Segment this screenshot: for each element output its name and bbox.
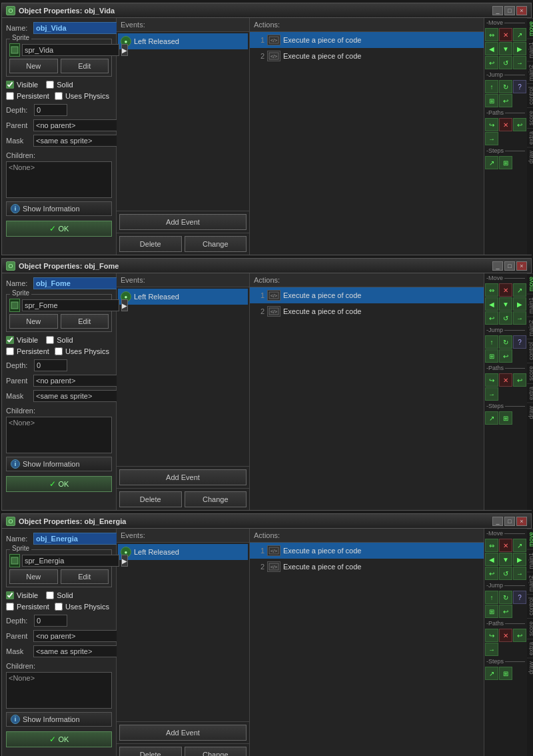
tool-move-arrows-1[interactable]: ⇔ bbox=[485, 28, 498, 41]
side-tab-control-2[interactable]: control bbox=[527, 339, 533, 363]
side-tab-control-1[interactable]: control bbox=[527, 83, 533, 107]
tool-jump-4-2[interactable]: ⊞ bbox=[485, 349, 498, 363]
edit-sprite-btn-3[interactable]: Edit bbox=[61, 569, 109, 584]
tool-jump-1-2[interactable]: ↑ bbox=[485, 335, 498, 349]
solid-check-2[interactable] bbox=[46, 336, 54, 344]
show-info-btn-3[interactable]: i Show Information bbox=[6, 712, 112, 727]
tool-move-diag-1[interactable]: ↗ bbox=[513, 28, 526, 41]
minimize-btn-3[interactable]: _ bbox=[492, 517, 503, 526]
new-sprite-btn-3[interactable]: New bbox=[9, 569, 58, 584]
side-tab-main1-1[interactable]: main1 bbox=[527, 39, 533, 61]
tool-move-bounce-1[interactable]: ↺ bbox=[499, 56, 512, 69]
side-tab-draw-2[interactable]: draw bbox=[527, 403, 533, 422]
action-item-1-3[interactable]: 1 </> Execute a piece of code bbox=[250, 543, 484, 559]
tool-jump-5-1[interactable]: ↩ bbox=[499, 94, 512, 107]
tool-step-1-2[interactable]: ↗ bbox=[485, 411, 498, 425]
tool-move-wrap-3[interactable]: ↩ bbox=[485, 567, 498, 580]
side-tab-control-3[interactable]: control bbox=[527, 594, 533, 618]
sprite-browse-btn-2[interactable]: ▶ bbox=[121, 299, 128, 311]
visible-check-2[interactable] bbox=[6, 336, 14, 344]
tool-move-x-3[interactable]: ✕ bbox=[499, 539, 512, 552]
side-tab-main1-3[interactable]: main1 bbox=[527, 549, 533, 572]
side-tab-extra-1[interactable]: extra bbox=[527, 128, 533, 147]
tool-step-2-2[interactable]: ⊞ bbox=[499, 411, 512, 425]
tool-move-right-3[interactable]: ▶ bbox=[513, 553, 526, 566]
tool-move-bounce-2[interactable]: ↺ bbox=[499, 311, 512, 325]
side-tab-move-1[interactable]: move bbox=[527, 18, 533, 39]
add-event-btn-3[interactable]: Add Event bbox=[119, 725, 247, 741]
tool-move-right-1[interactable]: ▶ bbox=[513, 42, 526, 55]
new-sprite-btn-1[interactable]: New bbox=[9, 59, 58, 73]
minimize-btn-1[interactable]: _ bbox=[492, 6, 503, 15]
sprite-input-2[interactable]: spr_Fome bbox=[22, 299, 119, 311]
tool-jump-5-2[interactable]: ↩ bbox=[499, 349, 512, 363]
persistent-check-1[interactable] bbox=[6, 92, 14, 100]
tool-move-left-1[interactable]: ◀ bbox=[485, 42, 498, 55]
tool-move-fwd-3[interactable]: → bbox=[513, 567, 526, 580]
tool-move-fwd-1[interactable]: → bbox=[513, 56, 526, 69]
side-tab-draw-3[interactable]: draw bbox=[527, 658, 533, 677]
action-item-1-2[interactable]: 1 </> Execute a piece of code bbox=[250, 287, 484, 303]
delete-btn-3[interactable]: Delete bbox=[119, 747, 182, 756]
tool-jump-1-1[interactable]: ↑ bbox=[485, 80, 498, 93]
sprite-input-3[interactable]: spr_Energia bbox=[22, 555, 119, 567]
tool-move-wrap-1[interactable]: ↩ bbox=[485, 56, 498, 69]
tool-move-diag-3[interactable]: ↗ bbox=[513, 539, 526, 552]
tool-path-1-3[interactable]: ↪ bbox=[485, 629, 498, 642]
action-item-2-2[interactable]: 2 </> Execute a piece of code bbox=[250, 303, 484, 319]
ok-btn-1[interactable]: ✓ OK bbox=[6, 221, 112, 237]
side-tab-main1-2[interactable]: main1 bbox=[527, 294, 533, 317]
tool-jump-2-3[interactable]: ↻ bbox=[499, 591, 512, 604]
change-btn-3[interactable]: Change bbox=[185, 747, 247, 756]
maximize-btn-3[interactable]: □ bbox=[504, 517, 515, 526]
event-item-left-released-2[interactable]: ● Left Released bbox=[118, 289, 248, 305]
tool-move-x-1[interactable]: ✕ bbox=[499, 28, 512, 41]
action-item-2-1[interactable]: 2 </> Execute a piece of code bbox=[250, 48, 484, 64]
close-btn-2[interactable]: × bbox=[516, 261, 527, 271]
side-tab-extra-3[interactable]: extra bbox=[527, 639, 533, 658]
tool-jump-3-3[interactable]: ? bbox=[513, 591, 526, 604]
tool-path-2-3[interactable]: ✕ bbox=[499, 629, 512, 642]
tool-path-2-2[interactable]: ✕ bbox=[499, 373, 512, 387]
tool-move-right-2[interactable]: ▶ bbox=[513, 297, 526, 311]
maximize-btn-1[interactable]: □ bbox=[504, 6, 515, 15]
tool-move-arrows-2[interactable]: ⇔ bbox=[485, 283, 498, 297]
edit-sprite-btn-2[interactable]: Edit bbox=[61, 314, 109, 329]
edit-sprite-btn-1[interactable]: Edit bbox=[61, 59, 109, 73]
depth-input-2[interactable]: 0 bbox=[34, 359, 67, 371]
sprite-browse-btn-1[interactable]: ▶ bbox=[121, 44, 128, 56]
uses-physics-check-1[interactable] bbox=[55, 92, 63, 100]
side-tab-main2-2[interactable]: main2 bbox=[527, 317, 533, 339]
side-tab-score-3[interactable]: score bbox=[527, 618, 533, 639]
add-event-btn-2[interactable]: Add Event bbox=[119, 469, 247, 485]
side-tab-score-2[interactable]: score bbox=[527, 363, 533, 383]
tool-jump-3-1[interactable]: ? bbox=[513, 80, 526, 93]
tool-step-1-3[interactable]: ↗ bbox=[485, 667, 498, 680]
tool-move-wrap-2[interactable]: ↩ bbox=[485, 311, 498, 325]
event-item-left-released-3[interactable]: ● Left Released bbox=[118, 544, 248, 560]
tool-jump-2-2[interactable]: ↻ bbox=[499, 335, 512, 349]
tool-step-2-3[interactable]: ⊞ bbox=[499, 667, 512, 680]
tool-step-1-1[interactable]: ↗ bbox=[485, 156, 498, 169]
minimize-btn-2[interactable]: _ bbox=[492, 261, 503, 271]
uses-physics-check-3[interactable] bbox=[55, 603, 63, 611]
tool-step-2-1[interactable]: ⊞ bbox=[499, 156, 512, 169]
tool-move-left-3[interactable]: ◀ bbox=[485, 553, 498, 566]
visible-check-1[interactable] bbox=[6, 81, 14, 89]
add-event-btn-1[interactable]: Add Event bbox=[119, 214, 247, 230]
side-tab-extra-2[interactable]: extra bbox=[527, 383, 533, 403]
depth-input-1[interactable]: 0 bbox=[34, 104, 67, 116]
close-btn-3[interactable]: × bbox=[516, 517, 527, 526]
tool-jump-5-3[interactable]: ↩ bbox=[499, 605, 512, 618]
event-item-left-released-1[interactable]: ● Left Released bbox=[118, 33, 248, 49]
side-tab-score-1[interactable]: score bbox=[527, 107, 533, 128]
side-tab-move-2[interactable]: move bbox=[527, 273, 533, 294]
tool-move-down-2[interactable]: ▼ bbox=[499, 297, 512, 311]
close-btn-1[interactable]: × bbox=[516, 6, 527, 15]
tool-move-fwd-2[interactable]: → bbox=[513, 311, 526, 325]
side-tab-draw-1[interactable]: draw bbox=[527, 147, 533, 167]
tool-jump-2-1[interactable]: ↻ bbox=[499, 80, 512, 93]
tool-move-down-1[interactable]: ▼ bbox=[499, 42, 512, 55]
visible-check-3[interactable] bbox=[6, 591, 14, 599]
tool-path-4-3[interactable]: → bbox=[485, 643, 498, 656]
